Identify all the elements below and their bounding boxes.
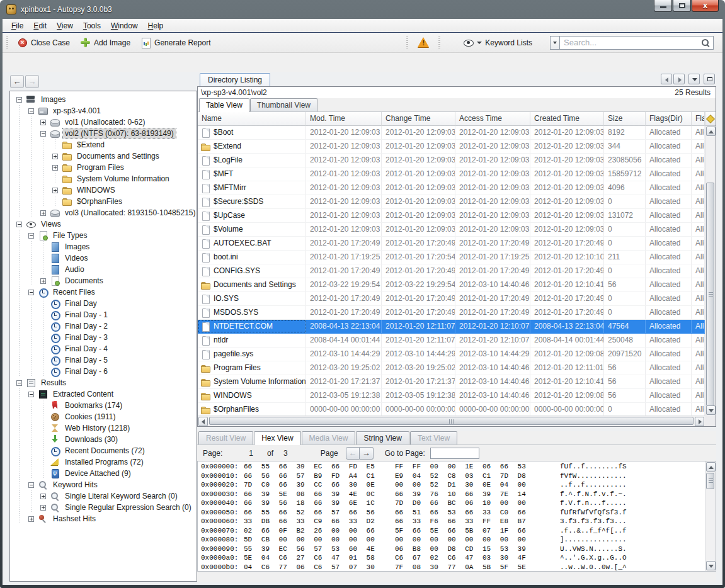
- generate-report-button[interactable]: Generate Report: [135, 35, 215, 50]
- search-icon[interactable]: [700, 38, 711, 48]
- tree-item[interactable]: Downloads (30): [10, 434, 197, 445]
- scrollbar-thumb[interactable]: [706, 183, 714, 406]
- tree-item[interactable]: Cookies (1911): [10, 411, 197, 422]
- menu-item-window[interactable]: Window: [106, 20, 143, 31]
- column-header[interactable]: Access Time: [455, 112, 530, 126]
- tree-toggle-minus[interactable]: [28, 290, 34, 295]
- tree-toggle-minus[interactable]: [28, 482, 34, 488]
- table-row[interactable]: Program Files2012-03-20 19:25:022012-03-…: [198, 361, 705, 375]
- scrollbar-thumb[interactable]: [209, 417, 694, 425]
- table-row[interactable]: Documents and Settings2012-03-22 19:29:5…: [198, 278, 705, 292]
- tree-item[interactable]: Results: [10, 377, 197, 388]
- tree-item[interactable]: vol1 (Unallocated: 0-62): [10, 116, 197, 128]
- tree-item[interactable]: File Types: [10, 230, 197, 241]
- scroll-down-button[interactable]: [706, 561, 716, 570]
- tree-item[interactable]: Final Day: [10, 298, 197, 309]
- tree-item[interactable]: Images: [10, 241, 197, 252]
- tree-item[interactable]: Views: [10, 218, 197, 230]
- table-row[interactable]: NTDETECT.COM2008-04-13 22:13:042012-01-2…: [198, 320, 705, 334]
- tree-toggle-plus[interactable]: [40, 278, 46, 284]
- tree-toggle-plus[interactable]: [52, 154, 58, 159]
- tab-thumbnail-view[interactable]: Thumbnail View: [250, 98, 317, 111]
- tree-item[interactable]: Documents: [10, 275, 197, 286]
- next-page-button[interactable]: →: [360, 447, 374, 460]
- close-case-button[interactable]: Close Case: [12, 35, 75, 50]
- tree-item[interactable]: Bookmarks (174): [10, 400, 197, 411]
- column-header[interactable]: Flags(Dir): [646, 112, 692, 126]
- tree-toggle-minus[interactable]: [28, 233, 34, 239]
- column-header[interactable]: Mod. Time: [306, 112, 382, 126]
- search-options-dropdown[interactable]: [550, 36, 559, 50]
- tree-toggle-minus[interactable]: [40, 131, 46, 137]
- menu-item-file[interactable]: File: [6, 20, 28, 31]
- title-bar[interactable]: xpinbox1 - Autopsy 3.0.0b3 x: [0, 0, 725, 19]
- table-row[interactable]: $MFT2012-01-20 12:09:032012-01-20 12:09:…: [198, 167, 705, 181]
- table-row[interactable]: $UpCase2012-01-20 12:09:032012-01-20 12:…: [198, 209, 705, 223]
- table-horizontal-scrollbar[interactable]: [198, 416, 705, 426]
- tree-item[interactable]: Single Regular Expression Search (0): [10, 502, 197, 513]
- tree-item[interactable]: Final Day - 4: [10, 343, 197, 354]
- tab-string-view[interactable]: String View: [356, 431, 409, 444]
- tree-item[interactable]: Audio: [10, 264, 197, 275]
- maximize-button[interactable]: [673, 0, 691, 12]
- back-button[interactable]: ←: [10, 75, 24, 88]
- tree-toggle-plus[interactable]: [40, 210, 46, 216]
- table-vertical-scrollbar[interactable]: [705, 126, 716, 416]
- column-header[interactable]: Name: [198, 112, 306, 126]
- table-row[interactable]: IO.SYS2012-01-20 17:20:492012-01-20 17:2…: [198, 292, 705, 306]
- menu-item-edit[interactable]: Edit: [28, 20, 52, 31]
- tab-hex-view[interactable]: Hex View: [254, 431, 300, 445]
- column-header[interactable]: Flag: [692, 112, 705, 126]
- scroll-tabs-left-button[interactable]: [661, 74, 672, 84]
- table-row[interactable]: $Extend2012-01-20 12:09:032012-01-20 12:…: [198, 140, 705, 154]
- tree-item[interactable]: Extracted Content: [10, 388, 197, 400]
- column-header[interactable]: Created Time: [530, 112, 604, 126]
- table-row[interactable]: pagefile.sys2012-03-10 14:44:292012-03-1…: [198, 348, 705, 361]
- scroll-down-button[interactable]: [706, 405, 716, 415]
- column-header[interactable]: Size: [604, 112, 646, 126]
- tree-toggle-minus[interactable]: [16, 97, 22, 103]
- tree-item[interactable]: Final Day - 3: [10, 332, 197, 343]
- tree-toggle-plus[interactable]: [40, 505, 46, 511]
- tree-item[interactable]: $OrphanFiles: [10, 196, 197, 207]
- tree-toggle-plus[interactable]: [40, 120, 46, 125]
- menu-item-view[interactable]: View: [52, 20, 78, 31]
- table-row[interactable]: WINDOWS2012-03-05 19:12:382012-03-05 19:…: [198, 389, 705, 403]
- tree-item[interactable]: Images: [10, 94, 197, 105]
- maximize-panel-button[interactable]: [704, 74, 715, 84]
- keyword-lists-button[interactable]: Keyword Lists: [458, 35, 537, 50]
- tree-toggle-plus[interactable]: [40, 494, 46, 499]
- tree-toggle-minus[interactable]: [28, 392, 34, 397]
- scroll-left-button[interactable]: [198, 417, 208, 426]
- previous-page-button[interactable]: ←: [346, 447, 360, 460]
- table-row[interactable]: ntldr2008-04-14 00:01:442012-01-20 12:11…: [198, 334, 705, 348]
- menu-item-help[interactable]: Help: [143, 20, 169, 31]
- tree-item[interactable]: vol2 (NTFS (0x07): 63-8193149): [10, 128, 197, 139]
- forward-button[interactable]: →: [25, 75, 39, 88]
- table-row[interactable]: $OrphanFiles0000-00-00 00:00:000000-00-0…: [198, 403, 705, 416]
- tree-item[interactable]: $Extend: [10, 139, 197, 150]
- hex-vertical-scrollbar[interactable]: [705, 461, 716, 571]
- tree-item[interactable]: Installed Programs (72): [10, 456, 197, 468]
- tree-item[interactable]: Device Attached (9): [10, 468, 197, 479]
- tree-toggle-plus[interactable]: [28, 516, 34, 522]
- tree-item[interactable]: Recent Documents (72): [10, 445, 197, 456]
- add-image-button[interactable]: Add Image: [75, 35, 135, 50]
- scroll-right-button[interactable]: [695, 417, 704, 426]
- table-row[interactable]: CONFIG.SYS2012-01-20 17:20:492012-01-20 …: [198, 264, 705, 278]
- goto-page-input[interactable]: [430, 448, 479, 459]
- tree-item[interactable]: Videos: [10, 252, 197, 264]
- tree-item[interactable]: vol3 (Unallocated: 8193150-10485215): [10, 207, 197, 218]
- scroll-up-button[interactable]: [706, 127, 716, 136]
- tree-item[interactable]: WINDOWS: [10, 184, 197, 196]
- table-row[interactable]: $Volume2012-01-20 12:09:032012-01-20 12:…: [198, 223, 705, 237]
- tree-item[interactable]: Final Day - 2: [10, 320, 197, 332]
- column-header[interactable]: Change Time: [382, 112, 455, 126]
- scroll-up-button[interactable]: [706, 462, 716, 472]
- tree-toggle-minus[interactable]: [16, 222, 22, 227]
- table-row[interactable]: System Volume Information2012-01-20 17:2…: [198, 375, 705, 389]
- scrollbar-thumb[interactable]: [706, 473, 714, 489]
- table-row[interactable]: AUTOEXEC.BAT2012-01-20 17:20:492012-01-2…: [198, 237, 705, 251]
- menu-item-tools[interactable]: Tools: [78, 20, 106, 31]
- tree-item[interactable]: Documents and Settings: [10, 150, 197, 162]
